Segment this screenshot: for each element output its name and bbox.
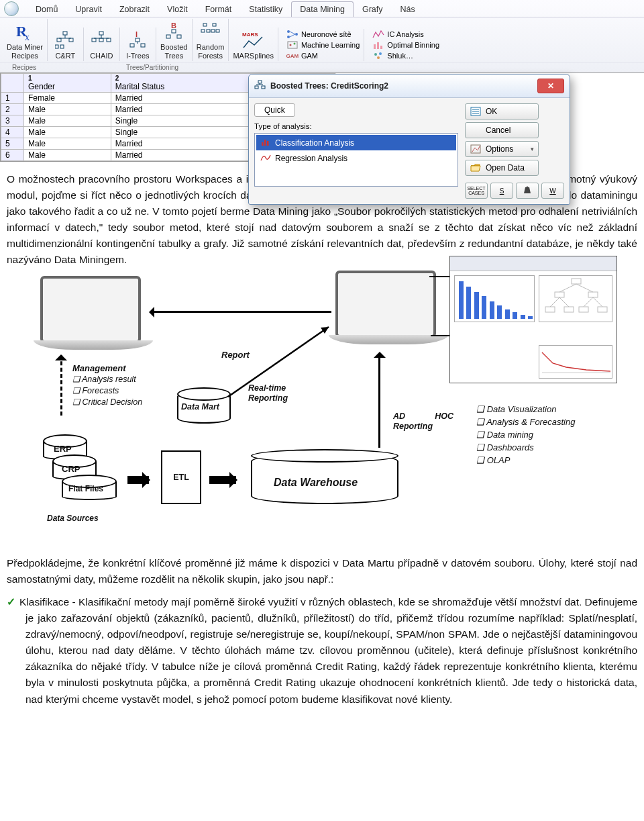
- btn-marsplines[interactable]: MARS MARSplines: [229, 28, 278, 62]
- svg-rect-5: [57, 38, 61, 42]
- btn-ic-analysis[interactable]: IC Analysis: [368, 29, 443, 40]
- arrow-report: [152, 311, 331, 313]
- btn-boosted-trees[interactable]: B Boosted Trees: [156, 19, 193, 61]
- box-etl: ETL: [161, 450, 201, 504]
- svg-rect-62: [555, 292, 564, 297]
- select-cases-button[interactable]: SELECT CASES: [465, 183, 488, 199]
- open-data-button[interactable]: Open Data: [465, 160, 539, 176]
- btn-optimal-binning[interactable]: Optimal Binning: [368, 40, 443, 50]
- cell[interactable]: Female: [24, 93, 111, 104]
- option-label: Regression Analysis: [275, 154, 347, 163]
- weight-icon: [523, 186, 532, 195]
- btn-cluster[interactable]: Shluk…: [368, 50, 443, 61]
- cancel-label: Cancel: [486, 126, 511, 135]
- cell[interactable]: Single: [111, 127, 252, 138]
- rx-icon: Rx: [13, 20, 36, 43]
- svg-rect-7: [55, 45, 58, 48]
- btn-chaid[interactable]: CHAID: [84, 28, 120, 62]
- ic-icon: [372, 30, 384, 39]
- row-number[interactable]: 2: [1, 104, 24, 115]
- menu-item-data-mining[interactable]: Data Mining: [291, 1, 354, 17]
- list-item-classification: ✓Klasifikace - Klasifikační metody mají …: [7, 594, 637, 707]
- option-classification[interactable]: Classification Analysis: [256, 135, 456, 150]
- label-sources: Data Sources: [47, 512, 99, 525]
- cell[interactable]: Male: [24, 150, 111, 161]
- tab-quick[interactable]: Quick: [254, 103, 295, 117]
- option-regression[interactable]: Regression Analysis: [256, 150, 456, 166]
- mars-icon: MARS: [242, 29, 265, 52]
- svg-rect-14: [107, 38, 111, 42]
- btn-random-forests[interactable]: Random Forests: [193, 19, 229, 61]
- svg-line-67: [593, 297, 602, 307]
- menu-item-dom-[interactable]: Domů: [27, 1, 66, 17]
- tree-b-icon: B: [162, 20, 185, 43]
- cell[interactable]: Male: [24, 115, 111, 127]
- btn-cart[interactable]: C&RT: [48, 28, 84, 62]
- btn-label: Boosted: [160, 43, 187, 52]
- col-index: 1: [28, 75, 107, 82]
- menu-item-n-s[interactable]: Nás: [392, 1, 424, 17]
- bullet: Dashboards: [476, 442, 575, 454]
- svg-rect-40: [377, 42, 379, 49]
- paragraph-2: Předpokládejme, že konkrétní klíčové pro…: [7, 555, 637, 587]
- svg-text:MARS: MARS: [242, 32, 258, 38]
- cell[interactable]: Male: [24, 127, 111, 138]
- s-button[interactable]: S: [490, 183, 513, 199]
- dialog-title: Boosted Trees: CreditScoring2: [270, 81, 537, 91]
- regression-icon: [260, 152, 271, 164]
- btn-gam[interactable]: GAMGAM: [282, 50, 364, 61]
- menu-item-statistiky[interactable]: Statistiky: [240, 1, 291, 17]
- menu-item-upravit[interactable]: Upravit: [66, 1, 111, 17]
- cell[interactable]: Male: [24, 104, 111, 115]
- btn-neural-networks[interactable]: Neuronové sítě: [282, 29, 364, 40]
- svg-point-42: [374, 53, 377, 56]
- ribbon-toolbar: Rx Data Miner Recipes C&RT CHAID I I-Tre…: [0, 17, 644, 62]
- svg-line-34: [290, 32, 295, 34]
- svg-line-35: [290, 34, 295, 37]
- ribbon-right-1: Neuronové sítě Machine Learning GAMGAM: [278, 29, 364, 61]
- row-number[interactable]: 6: [1, 150, 24, 161]
- weight-icon-button[interactable]: [516, 183, 539, 199]
- btn-machine-learning[interactable]: Machine Learning: [282, 40, 364, 50]
- group-recipes-label: Recipes: [0, 62, 48, 73]
- w-button[interactable]: W: [541, 183, 564, 199]
- svg-rect-46: [255, 86, 258, 89]
- svg-rect-23: [177, 35, 181, 38]
- btn-itrees[interactable]: I I-Trees: [120, 28, 156, 62]
- svg-rect-69: [564, 307, 574, 312]
- close-button[interactable]: ✕: [537, 79, 564, 93]
- options-button[interactable]: Options ▾: [465, 141, 539, 157]
- cell[interactable]: Single: [111, 115, 252, 127]
- row-number[interactable]: 1: [1, 93, 24, 104]
- svg-rect-45: [258, 81, 262, 83]
- label-flat: Flat Files: [68, 483, 103, 495]
- btn-data-miner-recipes[interactable]: Rx Data Miner Recipes: [3, 19, 48, 61]
- svg-text:x: x: [25, 32, 30, 42]
- svg-point-32: [287, 36, 290, 38]
- cell[interactable]: Married: [111, 93, 252, 104]
- menu-item-form-t[interactable]: Formát: [197, 1, 241, 17]
- row-number[interactable]: 3: [1, 115, 24, 127]
- label-mart: Data Mart: [181, 401, 219, 414]
- type-of-analysis-label: Type of analysis:: [254, 122, 458, 130]
- btn-label2: Forests: [198, 52, 223, 60]
- options-label: Options: [486, 144, 513, 154]
- menu-item-grafy[interactable]: Grafy: [354, 1, 392, 17]
- ok-button[interactable]: OK: [465, 103, 539, 119]
- menu-item-zobrazit[interactable]: Zobrazit: [111, 1, 158, 17]
- btn-label2: Trees: [164, 52, 183, 60]
- analysis-type-listbox[interactable]: Classification Analysis Regression Analy…: [254, 133, 458, 187]
- row-number[interactable]: 5: [1, 138, 24, 150]
- svg-rect-26: [201, 30, 205, 32]
- cell[interactable]: Married: [111, 150, 252, 161]
- cancel-button[interactable]: Cancel: [465, 122, 539, 138]
- app-menu-orb[interactable]: [4, 1, 19, 16]
- cell[interactable]: Married: [111, 138, 252, 150]
- cell[interactable]: Married: [111, 104, 252, 115]
- svg-point-31: [287, 30, 290, 33]
- cell[interactable]: Male: [24, 138, 111, 150]
- analytics-dashboard-thumbnail: [449, 256, 617, 383]
- menu-item-vlo-it[interactable]: Vložit: [158, 1, 197, 17]
- bullet: Critical Decision: [72, 397, 142, 408]
- row-number[interactable]: 4: [1, 127, 24, 138]
